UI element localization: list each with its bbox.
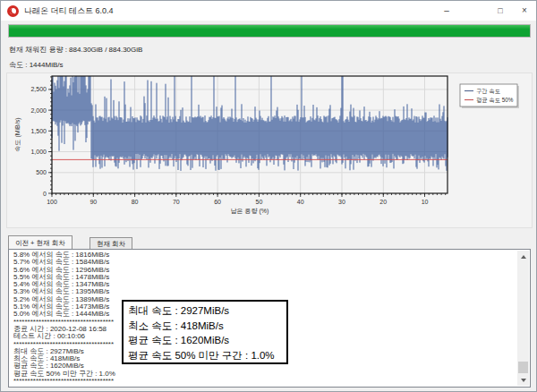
chevron-up-icon	[521, 255, 526, 259]
svg-text:90: 90	[90, 199, 97, 205]
summary-line: 최소 속도 : 418MiB/s	[128, 319, 282, 334]
svg-text:남은 용량 (%): 남은 용량 (%)	[231, 208, 269, 215]
svg-text:80: 80	[132, 199, 139, 205]
svg-text:20: 20	[379, 199, 387, 205]
minimize-button[interactable]: –	[434, 1, 459, 21]
svg-text:50: 50	[256, 199, 263, 205]
filled-capacity-label: 현재 채워진 용량 : 884.30GiB / 884.30GiB	[9, 45, 142, 55]
svg-text:1,500: 1,500	[30, 128, 47, 134]
log-line: ************************************	[13, 378, 516, 385]
svg-text:70: 70	[173, 199, 180, 205]
window-title: 나래온 더티 테스트 6.0.4	[24, 5, 114, 17]
current-speed-label: 속도 : 1444MiB/s	[9, 60, 63, 70]
tab-previous-plus-current-round[interactable]: 이전 + 현재 회차	[8, 235, 72, 249]
log-scrollbar[interactable]	[517, 251, 529, 386]
svg-text:평균 속도 50%: 평균 속도 50%	[476, 97, 514, 104]
chart-legend: 구간 속도평균 속도 50%	[460, 84, 519, 108]
scroll-down-button[interactable]	[517, 374, 529, 386]
scroll-up-button[interactable]	[517, 251, 529, 262]
chart-panel: 10090807060504030201005001,0001,5002,000…	[6, 72, 533, 228]
app-window: 나래온 더티 테스트 6.0.4 – □ × 현재 채워진 용량 : 884.3…	[0, 0, 537, 392]
scrollbar-thumb[interactable]	[518, 362, 528, 373]
svg-text:구간 속도: 구간 속도	[476, 88, 500, 94]
svg-text:0: 0	[43, 191, 47, 197]
maximize-button[interactable]: □	[488, 1, 513, 21]
summary-line: 평균 속도 : 1620MiB/s	[128, 333, 282, 348]
speed-chart: 10090807060504030201005001,0001,5002,000…	[2, 73, 537, 229]
app-logo-icon	[7, 5, 19, 17]
progress-fill	[9, 25, 530, 37]
title-bar: 나래온 더티 테스트 6.0.4 – □ ×	[1, 1, 536, 21]
svg-text:속도 (MiB/s): 속도 (MiB/s)	[14, 117, 21, 151]
close-button[interactable]: ×	[513, 1, 536, 21]
chevron-down-icon	[521, 379, 526, 382]
svg-text:2,000: 2,000	[30, 107, 47, 114]
summary-line: 평균 속도 50% 미만 구간 : 1.0%	[128, 348, 282, 363]
svg-text:30: 30	[338, 199, 345, 205]
svg-text:500: 500	[36, 169, 47, 175]
fill-progress-bar	[8, 24, 531, 38]
summary-line: 최대 속도 : 2927MiB/s	[128, 303, 282, 319]
svg-text:40: 40	[297, 199, 304, 205]
svg-text:10: 10	[422, 199, 429, 205]
svg-text:2,500: 2,500	[30, 86, 47, 92]
svg-text:1,000: 1,000	[30, 149, 47, 155]
result-summary-popup: 최대 속도 : 2927MiB/s최소 속도 : 418MiB/s평균 속도 :…	[122, 300, 288, 364]
svg-text:60: 60	[214, 199, 221, 205]
tab-current-round[interactable]: 현재 회차	[90, 237, 132, 249]
svg-text:100: 100	[47, 199, 57, 205]
